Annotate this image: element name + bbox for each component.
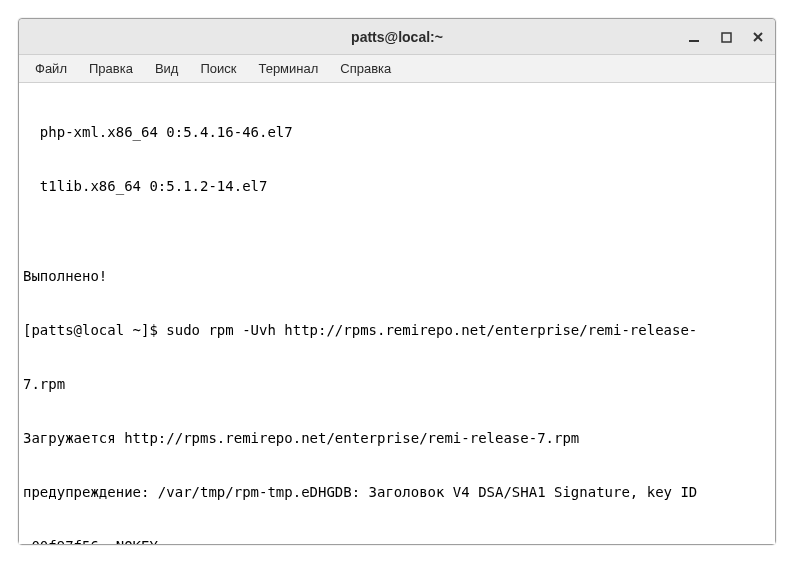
terminal-line: t1lib.x86_64 0:5.1.2-14.el7	[23, 177, 771, 195]
svg-rect-1	[722, 33, 731, 42]
menu-help[interactable]: Справка	[330, 58, 401, 79]
close-button[interactable]	[749, 28, 767, 46]
terminal-line: 00f97f56: NOKEY	[23, 537, 771, 544]
window-title: patts@local:~	[19, 29, 775, 45]
minimize-button[interactable]	[685, 28, 703, 46]
menu-search[interactable]: Поиск	[190, 58, 246, 79]
titlebar[interactable]: patts@local:~	[19, 19, 775, 55]
terminal-line: Загружается http://rpms.remirepo.net/ent…	[23, 429, 771, 447]
terminal-line: php-xml.x86_64 0:5.4.16-46.el7	[23, 123, 771, 141]
menubar: Файл Правка Вид Поиск Терминал Справка	[19, 55, 775, 83]
terminal-line: Выполнено!	[23, 267, 771, 285]
terminal-window: patts@local:~ Файл Правка Вид Поиск Терм…	[18, 18, 776, 545]
menu-edit[interactable]: Правка	[79, 58, 143, 79]
terminal-line: [patts@local ~]$ sudo rpm -Uvh http://rp…	[23, 321, 771, 339]
maximize-button[interactable]	[717, 28, 735, 46]
menu-file[interactable]: Файл	[25, 58, 77, 79]
terminal-line: предупреждение: /var/tmp/rpm-tmp.eDHGDB:…	[23, 483, 771, 501]
window-controls	[685, 19, 767, 55]
terminal-output[interactable]: php-xml.x86_64 0:5.4.16-46.el7 t1lib.x86…	[19, 83, 775, 544]
menu-terminal[interactable]: Терминал	[248, 58, 328, 79]
menu-view[interactable]: Вид	[145, 58, 189, 79]
terminal-line: 7.rpm	[23, 375, 771, 393]
